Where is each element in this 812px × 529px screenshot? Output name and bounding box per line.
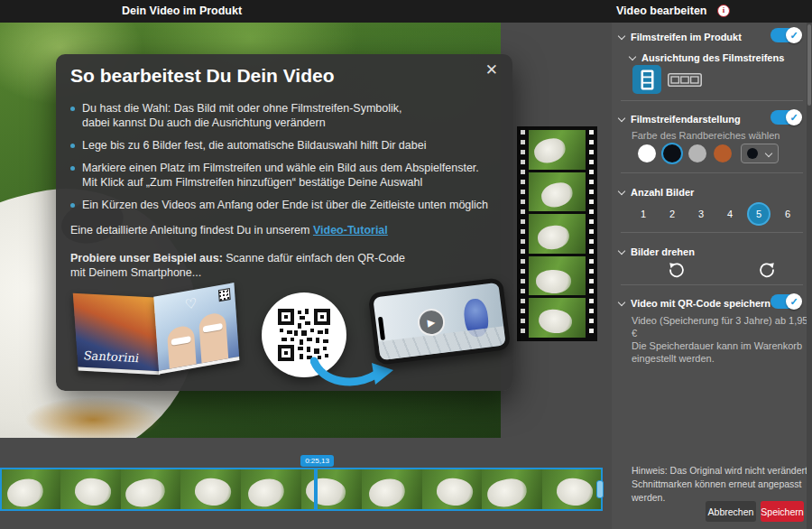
divider [621, 100, 803, 101]
rotate-ccw-icon[interactable] [668, 261, 686, 279]
count-option-3[interactable]: 3 [689, 202, 713, 226]
orientation-horizontal-button[interactable] [668, 72, 702, 88]
filmstrip-frame[interactable] [529, 256, 586, 296]
count-option-4[interactable]: 4 [718, 202, 742, 226]
photo-person [198, 311, 228, 363]
timeline-frame[interactable] [180, 468, 241, 511]
mini-qr-icon [218, 288, 231, 302]
qr-save-toggle[interactable]: ✓ [770, 294, 801, 309]
filmstrip-frame[interactable] [529, 130, 586, 170]
timeline-frame[interactable] [121, 468, 181, 511]
timeline-frame[interactable] [301, 468, 362, 511]
chevron-down-icon [618, 32, 625, 40]
timeline-frame[interactable] [0, 468, 60, 511]
current-color-dot [747, 148, 758, 159]
border-color-label: Farbe des Randbereiches wählen [632, 130, 780, 141]
photobook-right-page: ♡ [153, 283, 239, 375]
photo-person [167, 324, 197, 368]
qr-save-note: Video (Speicherung für 3 Jahre) ab 1,95 … [632, 314, 810, 365]
rotate-buttons [612, 259, 812, 281]
chevron-down-icon [629, 53, 636, 60]
heart-icon: ♡ [184, 295, 198, 313]
color-swatch-gray[interactable] [688, 144, 706, 162]
chevron-down-icon [765, 150, 772, 157]
trim-handle[interactable] [596, 480, 604, 498]
custom-color-dropdown[interactable] [741, 144, 779, 163]
section-qr-save[interactable]: Video mit QR-Code speichern ✓ [612, 294, 812, 312]
ground-patch [25, 397, 161, 438]
filmstrip-horizontal-icon [668, 73, 702, 87]
count-option-6[interactable]: 6 [776, 202, 799, 226]
rotate-cw-icon[interactable] [758, 261, 776, 279]
section-label: Filmstreifendarstellung [631, 114, 741, 125]
filmstrip-vertical-icon [641, 70, 654, 90]
scrollbar-thumb[interactable] [807, 24, 811, 106]
playhead-timestamp[interactable]: 0:25,13 [300, 455, 334, 467]
timeline-frame[interactable] [362, 468, 422, 511]
photobook-image: Santorini ♡ [73, 283, 239, 381]
count-option-5-selected[interactable]: 5 [747, 202, 770, 226]
tutorial-text: Eine detaillierte Anleitung findest Du i… [70, 224, 313, 237]
color-swatch-white[interactable] [638, 144, 656, 162]
timeline[interactable]: 0:25,13 [0, 468, 603, 511]
section-film-product[interactable]: Filmstreifen im Produkt ✓ [612, 28, 812, 46]
instruction-item: Ein Kürzen des Videos am Anfang oder End… [70, 198, 494, 212]
section-orientation[interactable]: Ausrichtung des Filmstreifens [612, 49, 812, 67]
page-title: Dein Video im Produkt [122, 0, 242, 23]
check-icon: ✓ [786, 27, 802, 43]
instruction-list: Du hast die Wahl: Das Bild mit oder ohne… [70, 101, 494, 220]
check-icon: ✓ [786, 109, 802, 125]
divider [621, 284, 803, 285]
image-count-options: 1 2 3 4 5 6 [632, 201, 799, 227]
orientation-vertical-button[interactable] [632, 65, 661, 94]
filmstrip-frames [529, 130, 586, 338]
film-product-toggle[interactable]: ✓ [770, 28, 801, 42]
qr-code-icon [278, 309, 330, 361]
video-tutorial-link[interactable]: Video-Tutorial [313, 224, 388, 237]
close-icon[interactable]: ✕ [485, 61, 498, 79]
filmstrip-frame[interactable] [529, 172, 586, 212]
film-display-toggle[interactable]: ✓ [770, 110, 801, 125]
example-bold-text: Probiere unser Beispiel aus: [70, 252, 223, 264]
section-label: Bilder drehen [631, 246, 695, 257]
section-label: Video mit QR-Code speichern [631, 298, 770, 309]
qr-example-illustration: Santorini ♡ [56, 278, 512, 386]
chevron-down-icon [618, 188, 625, 195]
instruction-item: Du hast die Wahl: Das Bild mit oder ohne… [70, 101, 494, 130]
save-button[interactable]: Speichern [761, 501, 804, 522]
check-icon: ✓ [786, 293, 802, 310]
hint-text: Hinweis: Das Original wird nicht verände… [632, 464, 810, 505]
action-buttons: Abbrechen Speichern [612, 501, 812, 523]
timeline-frame[interactable] [422, 468, 483, 511]
timeline-frame[interactable] [482, 468, 542, 511]
tutorial-line: Eine detaillierte Anleitung findest Du i… [70, 224, 388, 237]
chevron-down-icon [618, 115, 625, 122]
filmstrip-vertical[interactable] [517, 126, 597, 341]
cancel-button[interactable]: Abbrechen [706, 501, 756, 522]
timeline-frames [0, 468, 603, 511]
count-option-2[interactable]: 2 [660, 202, 684, 226]
timeline-frame[interactable] [60, 468, 121, 511]
divider [621, 232, 803, 233]
app-header: Dein Video im Produkt Video bearbeiten i [0, 0, 812, 23]
color-swatch-orange[interactable] [714, 144, 732, 162]
filmstrip-frame[interactable] [529, 298, 586, 338]
section-label: Ausrichtung des Filmstreifens [641, 52, 784, 63]
info-icon[interactable]: i [717, 5, 730, 17]
filmstrip-frame[interactable] [529, 214, 586, 254]
color-swatch-black-selected[interactable] [663, 144, 681, 162]
timeline-frame[interactable] [241, 468, 301, 511]
section-image-count[interactable]: Anzahl Bilder [612, 183, 812, 201]
dialog-title: So bearbeitest Du Dein Video [70, 65, 335, 87]
count-option-1[interactable]: 1 [632, 202, 655, 226]
example-line: Probiere unser Beispiel aus: Scanne dafü… [70, 251, 405, 280]
instruction-item: Lege bis zu 6 Bilder fest, die automatis… [70, 138, 494, 153]
section-label: Filmstreifen im Produkt [631, 32, 742, 42]
section-rotate[interactable]: Bilder drehen [612, 243, 812, 261]
divider [621, 172, 803, 173]
timeline-frame[interactable] [542, 468, 603, 511]
help-dialog: ✕ So bearbeitest Du Dein Video Du hast d… [56, 54, 512, 391]
section-film-display[interactable]: Filmstreifendarstellung ✓ [612, 110, 812, 128]
sidebar-scrollbar[interactable] [807, 23, 812, 529]
photobook-caption: Santorini [82, 348, 138, 365]
